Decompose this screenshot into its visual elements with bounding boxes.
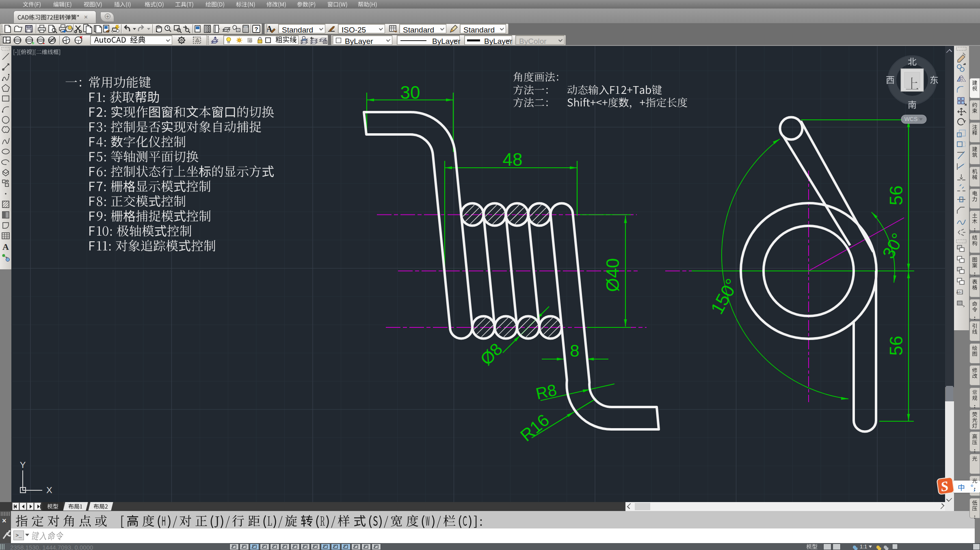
svg-text:-: - bbox=[43, 39, 45, 46]
svg-text:1:1: 1:1 bbox=[860, 544, 867, 550]
svg-text:48: 48 bbox=[503, 149, 523, 169]
svg-text:56: 56 bbox=[886, 186, 906, 206]
svg-text:+: + bbox=[31, 40, 35, 46]
svg-text:WCS: WCS bbox=[904, 116, 918, 122]
svg-text:Ø40: Ø40 bbox=[603, 258, 623, 292]
svg-text:?: ? bbox=[254, 26, 258, 32]
svg-text:Y: Y bbox=[20, 460, 26, 470]
svg-text:×: × bbox=[80, 34, 83, 40]
svg-text:56: 56 bbox=[886, 336, 906, 356]
svg-text:150°: 150° bbox=[707, 275, 742, 317]
svg-text:30°: 30° bbox=[879, 230, 908, 262]
svg-text:30: 30 bbox=[400, 82, 420, 102]
svg-text:R16: R16 bbox=[517, 410, 553, 445]
svg-text:ABC: ABC bbox=[956, 290, 963, 294]
svg-text:Ø8: Ø8 bbox=[476, 339, 506, 369]
svg-text:8: 8 bbox=[570, 341, 579, 360]
svg-text:X: X bbox=[46, 485, 52, 495]
svg-text:A: A bbox=[2, 242, 9, 252]
svg-text:R8: R8 bbox=[534, 381, 558, 403]
